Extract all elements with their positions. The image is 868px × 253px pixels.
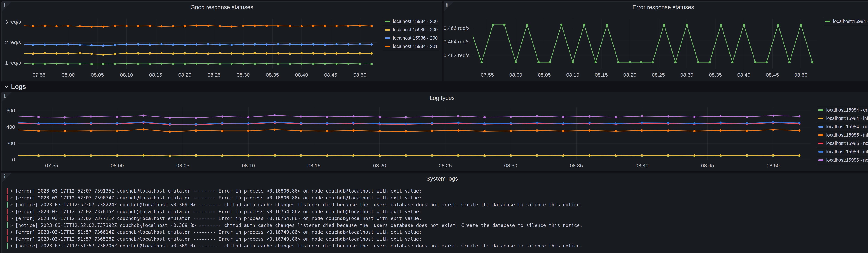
legend-item[interactable]: localhost:15984 - notice [816,122,868,131]
logs-section-label: Logs [11,83,26,90]
legend-item[interactable]: localhost:15986 - 200 [383,34,439,42]
chart-legend: localhost:15984 - 200localhost:15985 - 2… [383,17,439,51]
legend-item[interactable]: localhost:15986 - info [816,147,868,156]
logs-section-toggle[interactable]: Logs [4,83,26,91]
legend-series-swatch [385,37,390,39]
log-expand-chevron-icon[interactable]: > [10,244,13,248]
log-row[interactable]: >[error] 2023-03-17T12:52:07.739135Z cou… [2,188,868,194]
svg-text:08:50: 08:50 [353,72,367,78]
svg-text:08:35: 08:35 [709,72,722,78]
svg-text:400: 400 [6,124,15,130]
log-row[interactable]: >[notice] 2023-03-17T12:52:02.737392Z co… [2,222,868,229]
good-response-statuses-chart[interactable]: 07:5508:0008:0508:1008:1508:2008:2508:30… [2,2,442,81]
legend-series-swatch [385,21,390,22]
legend-series-label: localhost:15986 - info [826,149,868,154]
svg-text:08:15: 08:15 [307,163,320,168]
log-row-text: [error] 2023-03-17T12:51:57.736528Z couc… [15,236,422,242]
svg-text:600: 600 [6,108,15,113]
legend-series-label: localhost:15985 - 200 [393,27,438,32]
log-expand-chevron-icon[interactable]: > [10,202,13,207]
log-row-text: [error] 2023-03-17T12:51:57.736614Z couc… [15,229,422,235]
log-row-text: [error] 2023-03-17T12:52:02.737711Z couc… [15,216,422,221]
log-level-bar-error [7,208,8,215]
info-icon: i [4,174,5,179]
panel-title[interactable]: System logs [2,175,868,182]
chevron-down-icon [4,84,9,89]
log-row[interactable]: >[notice] 2023-03-17T12:51:57.736206Z co… [2,243,868,249]
legend-series-label: localhost:15986 - 200 [393,35,438,41]
log-row-text: [error] 2023-03-17T12:52:07.739135Z couc… [15,188,422,194]
legend-series-swatch [818,151,824,152]
legend-item[interactable]: localhost:15984 - info [816,114,868,122]
svg-text:08:30: 08:30 [680,72,693,78]
log-expand-chevron-icon[interactable]: > [10,195,13,200]
log-row[interactable]: >[error] 2023-03-17T12:52:02.737815Z cou… [2,208,868,215]
svg-text:3 req/s: 3 req/s [5,19,21,25]
svg-text:0.462 req/s: 0.462 req/s [444,53,470,58]
info-icon: i [446,3,448,8]
log-row-text: [notice] 2023-03-17T12:51:57.736206Z cou… [15,243,582,249]
legend-series-label: localhost:15985 - info [826,133,868,138]
log-rows-container: >[error] 2023-03-17T12:52:07.739135Z cou… [2,188,868,249]
error-response-statuses-chart[interactable]: 07:5508:0008:0508:1008:1508:2008:2508:30… [444,2,868,81]
log-expand-chevron-icon[interactable]: > [10,230,13,234]
legend-item[interactable]: localhost:15984 - 401 [824,17,868,26]
legend-item[interactable]: localhost:15984 - 200 [383,17,439,26]
log-row[interactable]: >[error] 2023-03-17T12:51:57.736528Z cou… [2,235,868,243]
svg-text:08:05: 08:05 [91,72,104,78]
svg-text:08:30: 08:30 [237,72,250,78]
svg-text:08:45: 08:45 [701,163,714,168]
panel-info-icon[interactable]: i [2,92,12,102]
legend-item[interactable]: localhost:15985 - info [816,131,868,139]
log-types-chart[interactable]: 07:5508:0008:0508:1008:1508:2008:2508:30… [2,92,868,171]
svg-text:08:45: 08:45 [766,72,779,78]
svg-text:0: 0 [12,157,15,163]
svg-text:08:40: 08:40 [737,72,750,78]
log-level-bar-error [7,236,8,242]
legend-item[interactable]: localhost:15985 - 200 [383,26,439,34]
svg-text:07:55: 07:55 [45,163,58,168]
log-row-text: [error] 2023-03-17T12:52:07.739074Z couc… [15,195,422,200]
svg-text:08:30: 08:30 [504,163,517,168]
log-expand-chevron-icon[interactable]: > [10,189,13,193]
svg-text:08:50: 08:50 [767,163,780,168]
svg-text:08:00: 08:00 [111,163,124,168]
log-level-bar-notice [7,202,8,208]
legend-series-swatch [818,126,824,128]
svg-text:08:00: 08:00 [509,72,522,78]
legend-series-label: localhost:15984 - error [826,107,868,113]
panel-info-icon[interactable]: i [2,173,12,183]
log-level-bar-error [7,229,8,235]
log-expand-chevron-icon[interactable]: > [10,209,13,214]
info-icon: i [4,3,5,8]
legend-item[interactable]: localhost:15985 - notice [816,139,868,147]
panel-info-icon[interactable]: i [2,2,12,12]
panel-good-response-statuses: i Good response statuses 07:5508:0008:05… [1,1,442,81]
svg-text:07:55: 07:55 [32,72,45,78]
svg-text:08:25: 08:25 [208,72,220,78]
log-row[interactable]: >[error] 2023-03-17T12:51:57.736614Z cou… [2,229,868,235]
log-expand-chevron-icon[interactable]: > [10,216,13,221]
svg-text:08:05: 08:05 [176,163,189,168]
legend-item[interactable]: localhost:15984 - 201 [383,42,439,51]
svg-text:08:40: 08:40 [636,163,648,168]
log-level-bar-notice [7,243,8,249]
log-row[interactable]: >[error] 2023-03-17T12:52:02.737711Z cou… [2,215,868,222]
log-expand-chevron-icon[interactable]: > [10,223,13,228]
panel-info-icon[interactable]: i [444,2,454,12]
info-icon: i [4,93,5,99]
log-level-bar-error [7,216,8,221]
log-row[interactable]: >[notice] 2023-03-17T12:52:07.738224Z co… [2,201,868,208]
legend-item[interactable]: localhost:15986 - notice [816,156,868,164]
legend-series-label: localhost:15986 - notice [826,158,868,163]
legend-series-swatch [818,159,824,161]
svg-text:08:10: 08:10 [242,163,255,168]
legend-series-swatch [818,109,824,111]
log-expand-chevron-icon[interactable]: > [10,236,13,241]
log-row[interactable]: >[error] 2023-03-17T12:52:07.739074Z cou… [2,194,868,201]
legend-series-swatch [825,21,830,22]
chart-legend: localhost:15984 - errorlocalhost:15984 -… [816,106,868,164]
svg-text:08:50: 08:50 [795,72,807,78]
legend-item[interactable]: localhost:15984 - error [816,106,868,114]
svg-text:0.464 req/s: 0.464 req/s [444,39,470,45]
